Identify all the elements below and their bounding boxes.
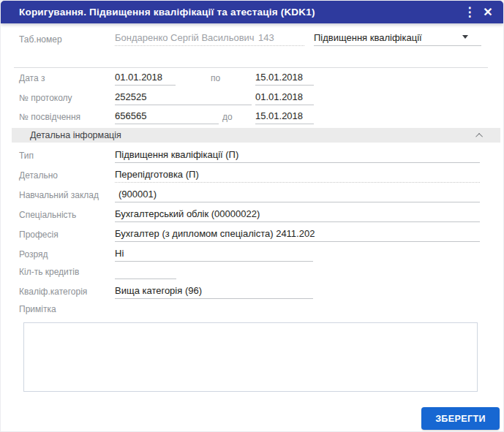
grade-label: Розряд [19,249,48,259]
employee-name-field: Бондаренко Сергій Васильович 143 [115,32,304,46]
note-textarea[interactable] [23,322,478,392]
collapse-chevron-icon[interactable] [475,132,483,140]
details-section-header[interactable]: Детальна інформація [12,128,500,143]
credits-label: Кіл-ть кредитів [19,267,79,277]
protocol-date-input[interactable]: 01.01.2018 [255,91,314,105]
institution-input[interactable]: (900001) [115,189,480,202]
profession-label: Професія [19,230,59,240]
type-input[interactable]: Підвищення кваліфікації (П) [115,149,480,163]
protocol-number-label: № протоколу [19,93,72,103]
tab-number-label: Таб.номер [19,34,62,45]
date-from-input[interactable]: 01.01.2018 [115,72,176,86]
divider [14,67,488,68]
speciality-label: Спеціальність [19,210,76,220]
dialog-titlebar: Коригування. Підвищення кваліфікації та … [1,1,503,23]
event-type-value: Підвищення кваліфікації [314,32,422,43]
certificate-number-input[interactable]: 656565 [115,110,219,124]
dialog-window: Коригування. Підвищення кваліфікації та … [0,0,504,432]
details-section-title: Детальна інформація [30,130,121,140]
institution-label: Навчальний заклад [19,190,99,200]
detail-label: Детально [19,170,58,181]
certificate-number-label: № посвідчення [19,112,80,122]
certificate-until-label: до [222,112,233,122]
credits-input[interactable] [115,265,176,279]
type-label: Тип [19,151,34,161]
date-to-prefix-label: по [211,73,220,83]
detail-input[interactable]: Перепідготовка (П) [115,169,480,183]
certificate-date-input[interactable]: 15.01.2018 [255,110,314,124]
event-type-select[interactable]: Підвищення кваліфікації [314,32,481,46]
protocol-number-input[interactable]: 252525 [115,91,252,105]
qualification-category-input[interactable]: Вища категорія (96) [115,285,313,299]
qualification-category-label: Кваліф.категорія [19,287,87,297]
employee-number: 143 [258,32,274,43]
employee-name: Бондаренко Сергій Васильович [115,32,255,43]
save-button[interactable]: ЗБЕРЕГТИ [421,407,500,430]
date-from-label: Дата з [19,73,45,83]
speciality-input[interactable]: Бухгалтерський облік (00000022) [115,208,480,222]
dropdown-arrow-icon[interactable] [462,35,468,39]
grade-input[interactable]: Ні [115,248,313,262]
note-label: Примітка [19,304,56,314]
dialog-title: Коригування. Підвищення кваліфікації та … [19,7,315,18]
profession-input[interactable]: Бухгалтер (з дипломом спеціаліста) 2411.… [115,228,480,242]
kebab-menu-icon[interactable]: ⋮ [462,1,477,23]
close-icon[interactable]: ✕ [478,1,497,23]
date-to-input[interactable]: 15.01.2018 [255,72,314,86]
